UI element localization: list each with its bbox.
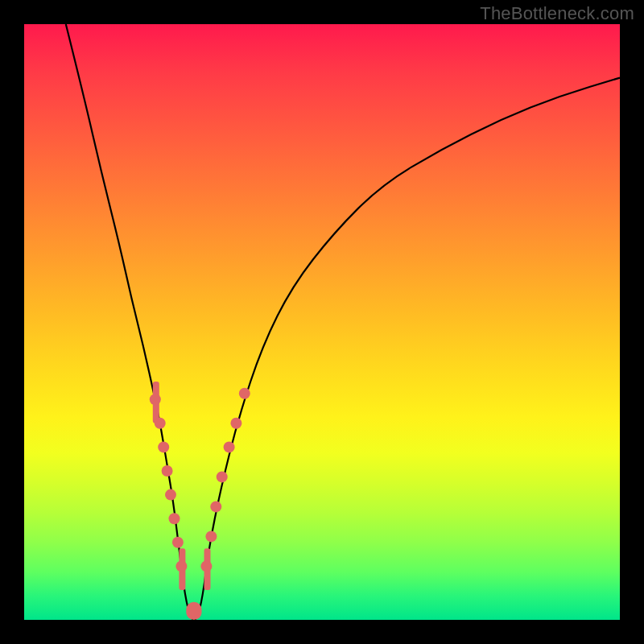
curve-dot xyxy=(200,560,212,572)
curve-dot xyxy=(172,537,184,548)
curve-dot xyxy=(175,560,187,572)
curve-dots xyxy=(150,388,250,572)
curve-pills xyxy=(153,382,211,620)
curve-dot xyxy=(158,441,169,452)
curve-dot xyxy=(205,530,217,542)
watermark-text: TheBottleneck.com xyxy=(480,3,634,24)
curve-pill xyxy=(186,602,201,620)
curve-dot xyxy=(162,465,173,477)
curve-dot xyxy=(165,489,176,501)
curve-dot xyxy=(224,441,235,452)
curve-line xyxy=(66,24,620,620)
chart-frame: TheBottleneck.com xyxy=(0,0,644,644)
curve-dot xyxy=(230,418,242,429)
curve-dot xyxy=(169,513,180,524)
chart-overlay xyxy=(24,24,620,620)
curve-dot xyxy=(155,418,166,429)
curve-dot xyxy=(217,471,228,482)
curve-dot xyxy=(210,501,221,512)
curve-dot xyxy=(150,394,161,405)
curve-dot xyxy=(239,388,250,399)
